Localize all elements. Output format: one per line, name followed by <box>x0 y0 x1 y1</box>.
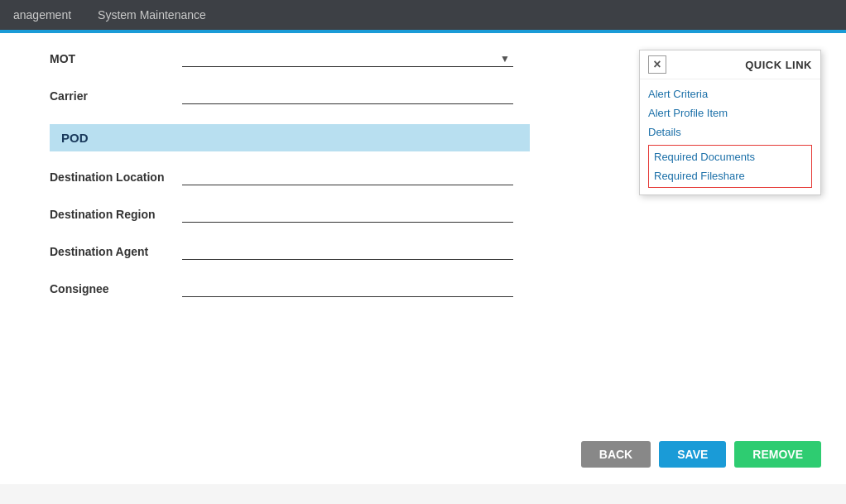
back-button[interactable]: BACK <box>581 441 651 468</box>
popup-links: Alert Criteria Alert Profile Item Detail… <box>640 79 820 194</box>
mot-select[interactable] <box>182 50 513 67</box>
highlighted-links-box: Required Documents Required Fileshare <box>648 145 812 188</box>
consignee-form-group: Consignee <box>50 280 796 297</box>
link-alert-criteria[interactable]: Alert Criteria <box>648 86 812 102</box>
pod-section-header: POD <box>50 124 530 151</box>
quick-link-popup: × QUICK LINK Alert Criteria Alert Profil… <box>639 50 821 195</box>
consignee-label: Consignee <box>50 282 182 295</box>
destination-agent-input[interactable] <box>182 242 513 260</box>
nav-system-maintenance[interactable]: System Maintenance <box>98 8 206 22</box>
remove-button[interactable]: REMOVE <box>734 441 821 468</box>
destination-agent-form-group: Destination Agent <box>50 242 796 260</box>
link-required-documents[interactable]: Required Documents <box>654 149 806 165</box>
destination-region-form-group: Destination Region <box>50 205 796 223</box>
destination-agent-label: Destination Agent <box>50 245 182 258</box>
carrier-input[interactable] <box>182 87 513 104</box>
save-button[interactable]: SAVE <box>659 441 726 468</box>
destination-location-input[interactable] <box>182 168 513 185</box>
link-alert-profile-item[interactable]: Alert Profile Item <box>648 105 812 121</box>
destination-region-input[interactable] <box>182 205 513 223</box>
footer-buttons: BACK SAVE REMOVE <box>581 441 821 468</box>
popup-title: QUICK LINK <box>745 59 812 71</box>
mot-select-wrapper: ▼ <box>182 50 513 67</box>
carrier-label: Carrier <box>50 89 182 103</box>
consignee-input[interactable] <box>182 280 513 297</box>
main-content: MOT ▼ Carrier POD Destination Location D… <box>0 33 846 484</box>
destination-location-label: Destination Location <box>50 170 182 184</box>
nav-management[interactable]: anagement <box>13 8 71 22</box>
destination-region-label: Destination Region <box>50 208 182 221</box>
link-details[interactable]: Details <box>648 124 812 140</box>
link-required-fileshare[interactable]: Required Fileshare <box>654 168 806 184</box>
top-navigation: anagement System Maintenance <box>0 0 846 30</box>
mot-label: MOT <box>50 52 182 65</box>
close-button[interactable]: × <box>648 55 666 74</box>
popup-header: × QUICK LINK <box>640 50 820 79</box>
